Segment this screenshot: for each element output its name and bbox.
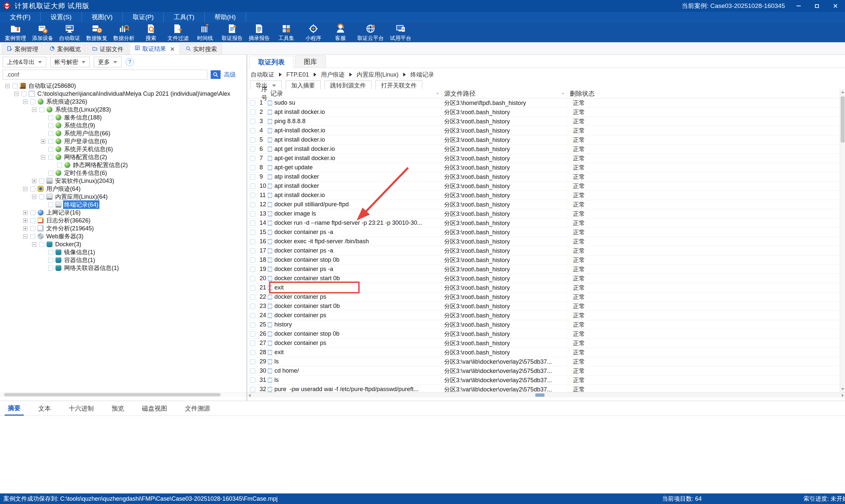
table-row[interactable]: 11apt install docker.io分区3:\root\.bash_h… [247, 191, 840, 200]
toolbar-forensic-report-button[interactable]: 取证报告 [218, 22, 246, 42]
detail-tab-hex[interactable]: 十六进制 [65, 402, 97, 415]
table-row[interactable]: 18docker container stop 0b分区3:\root\.bas… [247, 255, 840, 265]
tree-node[interactable]: 镜像信息(1) [0, 248, 246, 256]
table-row[interactable]: 24docker container ps分区3:\root\.bash_his… [247, 311, 840, 320]
tree-checkbox[interactable] [48, 170, 53, 176]
menu-item-tools[interactable]: 工具(T) [164, 12, 205, 22]
table-horizontal-scrollbar[interactable] [247, 392, 845, 397]
collapse-icon[interactable] [14, 92, 18, 96]
toolbar-auto-forensics-button[interactable]: 自动取证 [56, 22, 83, 42]
row-checkbox[interactable] [250, 137, 255, 143]
row-checkbox[interactable] [250, 248, 255, 253]
workspace-tab-forensic-results[interactable]: 取证结果 [130, 42, 179, 54]
table-row[interactable]: 25history分区3:\root\.bash_history正常 [247, 320, 840, 329]
tree-checkbox[interactable] [48, 202, 53, 207]
tree-checkbox[interactable] [39, 194, 44, 199]
filter-icon[interactable] [561, 93, 565, 95]
close-button[interactable] [830, 2, 840, 10]
table-row[interactable]: 16docker exec -it ftpd-server /bin/bash分… [247, 237, 840, 246]
row-checkbox[interactable] [250, 257, 255, 263]
more-dropdown[interactable]: 更多 [94, 57, 122, 67]
table-row[interactable]: 30cd home/分区3:\var\lib\docker\overlay2\5… [247, 366, 840, 376]
table-row[interactable]: 27docker container ps分区3:\root\.bash_his… [247, 339, 840, 348]
tree-checkbox[interactable] [48, 250, 53, 255]
tree-checkbox[interactable] [30, 234, 35, 239]
tree-checkbox[interactable] [48, 139, 53, 144]
row-checkbox[interactable] [250, 359, 255, 364]
collapse-icon[interactable] [5, 84, 10, 88]
breadcrumb-item[interactable]: FTP.E01 [286, 71, 309, 78]
table-row[interactable]: 26docker container stop 0b分区3:\root\.bas… [247, 329, 840, 339]
detail-tab-text[interactable]: 文本 [35, 402, 54, 415]
tree-checkbox[interactable] [48, 115, 53, 120]
tree-node[interactable]: 服务信息(188) [0, 113, 246, 122]
breadcrumb-item[interactable]: 用户痕迹 [321, 71, 345, 78]
table-row[interactable]: 9atp install docker分区3:\root\.bash_histo… [247, 172, 840, 182]
row-checkbox[interactable] [250, 119, 255, 124]
toolbar-cloud-platform-button[interactable]: 取证云平台 [354, 22, 387, 42]
expand-icon[interactable] [23, 218, 28, 223]
tree-node[interactable]: 终端记录(64) [0, 201, 246, 209]
toolbar-case-manager-button[interactable]: 案例管理 [2, 22, 29, 42]
tree-node[interactable]: 安装软件(Linux)(2043) [0, 177, 246, 185]
collapse-icon[interactable] [23, 187, 28, 191]
row-checkbox[interactable] [250, 239, 255, 244]
table-row[interactable]: 20docker container start 0b分区3:\root\.ba… [247, 274, 840, 283]
toolbar-toolbox-button[interactable]: 工具集 [273, 22, 300, 42]
toolbar-file-filter-button[interactable]: 文件过滤 [164, 22, 192, 42]
tree-node[interactable]: 系统信息(9) [0, 122, 246, 129]
scrollbar-thumb[interactable] [535, 393, 545, 397]
tree-node[interactable]: 上网记录(16) [0, 209, 246, 217]
tree-node[interactable]: 静态网络配置信息(2) [0, 161, 246, 169]
toolbar-mini-program-button[interactable]: 小程序 [300, 22, 327, 42]
row-checkbox[interactable] [250, 294, 255, 300]
tab-close-icon[interactable] [170, 47, 174, 51]
toolbar-search-button[interactable]: 搜索 [137, 22, 164, 42]
table-row[interactable]: 29ls分区3:\var\lib\docker\overlay2\575db37… [247, 357, 840, 366]
tree-node[interactable]: 容器信息(1) [0, 256, 246, 264]
tree-checkbox[interactable] [48, 266, 53, 271]
tree-node[interactable]: C:\tools\quzhen\jiancai\Individual\Meiya… [0, 90, 246, 98]
row-checkbox[interactable] [250, 304, 255, 309]
tree-checkbox[interactable] [39, 179, 44, 183]
table-row[interactable]: 6apt get install docker.io分区3:\root\.bas… [247, 145, 840, 154]
workspace-tab-case-manage[interactable]: 案例管理 [2, 43, 43, 54]
collapse-icon[interactable] [32, 108, 36, 112]
tree-checkbox[interactable] [48, 155, 53, 160]
row-checkbox[interactable] [250, 276, 255, 281]
search-button[interactable] [211, 70, 221, 79]
toolbar-customer-service-button[interactable]: 客服 [327, 22, 354, 42]
tree-node[interactable]: 内置应用(Linux)(64) [0, 193, 246, 201]
tree-checkbox[interactable] [30, 186, 35, 192]
tree-checkbox[interactable] [57, 163, 62, 168]
detail-tab-summary[interactable]: 摘要 [5, 402, 24, 416]
row-checkbox[interactable] [250, 285, 255, 290]
table-row[interactable]: 13docker image ls分区3:\root\.bash_history… [247, 209, 840, 218]
breadcrumb-item[interactable]: 内置应用(Linux) [357, 71, 399, 78]
breadcrumb-item[interactable]: 自动取证 [251, 71, 275, 78]
row-checkbox[interactable] [250, 165, 255, 170]
table-row[interactable]: 7apt-get install docker.io分区3:\root\.bas… [247, 154, 840, 163]
row-checkbox[interactable] [250, 110, 255, 115]
tree-checkbox[interactable] [30, 226, 35, 231]
table-row[interactable]: 31ls分区3:\var\lib\docker\overlay2\575db37… [247, 376, 840, 385]
workspace-tab-case-overview[interactable]: 案例概览 [45, 43, 86, 54]
collapse-icon[interactable] [41, 155, 45, 159]
table-row[interactable]: 8apt-get update分区3:\root\.bash_history正常 [247, 163, 840, 172]
tree-checkbox[interactable] [39, 107, 44, 112]
tree-node[interactable]: 网络关联容器信息(1) [0, 264, 246, 272]
table-row[interactable]: 17docker container ps -a分区3:\root\.bash_… [247, 246, 840, 255]
row-checkbox[interactable] [250, 322, 255, 327]
table-row[interactable]: 22docker container ps分区3:\root\.bash_his… [247, 292, 840, 302]
collapse-icon[interactable] [23, 234, 28, 239]
row-checkbox[interactable] [250, 183, 255, 189]
tree-node[interactable]: 文件分析(219645) [0, 224, 246, 232]
expand-icon[interactable] [23, 227, 28, 231]
row-checkbox[interactable] [250, 368, 255, 374]
tree-horizontal-scrollbar[interactable] [0, 392, 246, 397]
tree-node[interactable]: 日志分析(36626) [0, 217, 246, 224]
breadcrumb-item[interactable]: 终端记录 [410, 71, 434, 78]
advanced-search-link[interactable]: 高级 [224, 71, 236, 78]
row-checkbox[interactable] [250, 378, 255, 383]
scroll-up-icon[interactable] [841, 91, 844, 93]
